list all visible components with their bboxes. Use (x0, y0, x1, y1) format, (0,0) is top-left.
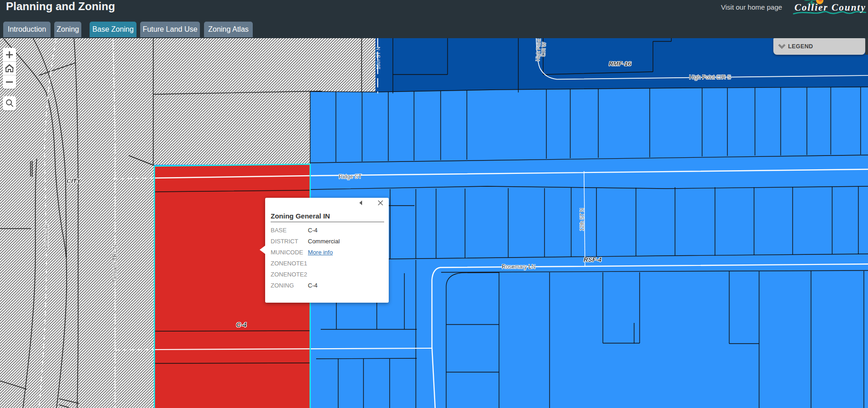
svg-text:CIR W: CIR W (540, 42, 547, 57)
svg-text:Riviera DR: Riviera DR (44, 224, 49, 248)
svg-text:Collier County: Collier County (794, 2, 866, 13)
svg-text:RSF-4: RSF-4 (584, 256, 601, 263)
svg-text:Tamiami TRL N: Tamiami TRL N (112, 245, 118, 282)
svg-text:C-4: C-4 (236, 321, 247, 328)
svg-text:RMF-16: RMF-16 (609, 60, 631, 67)
svg-text:CITY: CITY (67, 178, 82, 184)
svg-text:High Point CIR S: High Point CIR S (689, 74, 731, 80)
svg-text:Ridge ST: Ridge ST (339, 173, 362, 180)
svg-text:Rosemary LN: Rosemary LN (502, 264, 535, 270)
svg-text:12th ST N: 12th ST N (579, 208, 584, 231)
svg-text:10th ST N: 10th ST N (375, 47, 381, 69)
